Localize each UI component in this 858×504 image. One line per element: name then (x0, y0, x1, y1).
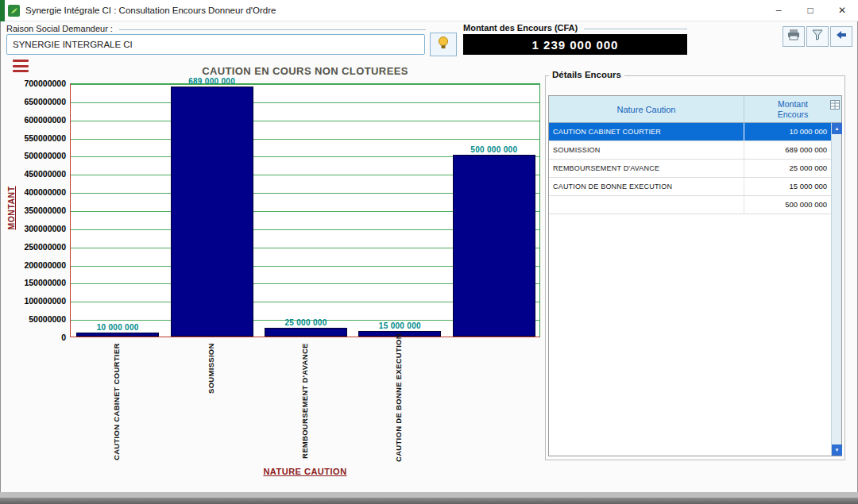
x-axis-title: NATURE CAUTION (70, 467, 540, 476)
app-icon (8, 5, 20, 17)
y-axis-tick-label: 450000000 (0, 169, 66, 179)
print-icon (787, 29, 800, 44)
y-axis-tick-label: 550000000 (0, 133, 66, 143)
window-controls: – □ ✕ (763, 0, 858, 21)
gridline (71, 102, 539, 103)
minimize-button[interactable]: – (763, 0, 794, 21)
filter-icon (812, 29, 823, 44)
chart: CAUTION EN COURS NON CLOTUREES MONTANT 1… (0, 56, 545, 488)
table-row[interactable]: REMBOURSEMENT D'AVANCE25 000 000 (549, 160, 831, 178)
montant-cell: 500 000 000 (744, 196, 831, 214)
table-row[interactable]: 500 000 000 (549, 196, 831, 214)
window-edge-accent (0, 0, 5, 21)
bar-value-label: 500 000 000 (447, 145, 541, 154)
montant-encours-label: Montant des Encours (CFA) (463, 23, 578, 33)
nature-cell (549, 196, 744, 214)
raison-social-group: Raison Social Demandeur : (6, 24, 426, 33)
montant-cell: 10 000 000 (744, 123, 831, 140)
x-axis-category-label: CAUTION DE BONNE EXECUTION (392, 343, 406, 462)
y-axis-tick-label: 150000000 (0, 278, 66, 287)
window-title: Synergie Intégrale CI : Consultation Enc… (25, 6, 276, 15)
vertical-scrollbar[interactable]: ▲ ▼ (831, 123, 841, 456)
y-axis-tick-label: 200000000 (0, 260, 66, 270)
nature-cell: SOUMISSION (549, 141, 744, 159)
bar-value-label: 10 000 000 (71, 323, 164, 332)
back-arrow-icon (835, 29, 848, 44)
table-row[interactable]: CAUTION CABINET COURTIER10 000 000 (549, 123, 831, 141)
lamp-icon (436, 35, 450, 54)
nature-cell: CAUTION DE BONNE EXECUTION (549, 178, 744, 195)
gridline (71, 84, 539, 85)
montant-encours-group: Montant des Encours (CFA) (463, 23, 687, 33)
column-header-nature[interactable]: Nature Caution (549, 96, 744, 122)
details-panel: Détails Encours Nature Caution Montant E… (545, 70, 845, 460)
y-axis-tick-label: 50000000 (0, 314, 66, 324)
titlebar: Synergie Intégrale CI : Consultation Enc… (0, 0, 858, 21)
table-row[interactable]: CAUTION DE BONNE EXECUTION15 000 000 (549, 178, 831, 196)
x-axis-category-label: REMBOURSEMENT D'AVANCE (298, 343, 312, 462)
montant-cell: 689 000 000 (744, 141, 831, 159)
y-axis-tick-label: 100000000 (0, 296, 66, 306)
details-table: Nature Caution Montant Encours CAUTION C… (548, 95, 842, 456)
gridline (71, 121, 539, 121)
application-window: Synergie Intégrale CI : Consultation Enc… (0, 0, 858, 504)
bar-1[interactable] (171, 87, 253, 337)
maximize-button[interactable]: □ (794, 0, 826, 21)
y-axis-tick-label: 0 (0, 333, 66, 342)
bottom-band-dark (0, 498, 858, 504)
nature-cell: CAUTION CABINET COURTIER (549, 123, 744, 140)
y-axis-tick-label: 300000000 (0, 224, 66, 233)
back-button[interactable] (830, 26, 852, 47)
lookup-button[interactable] (430, 33, 457, 56)
details-panel-title: Détails Encours (549, 70, 624, 79)
y-axis-tick-label: 500000000 (0, 151, 66, 160)
y-axis-tick-label: 350000000 (0, 206, 66, 215)
y-axis-tick-label: 400000000 (0, 187, 66, 197)
column-header-montant[interactable]: Montant Encours (744, 96, 841, 122)
table-rows: CAUTION CABINET COURTIER10 000 000SOUMIS… (549, 123, 831, 456)
scroll-down-button[interactable]: ▼ (832, 444, 842, 456)
raison-social-label: Raison Social Demandeur : (6, 24, 113, 33)
montant-encours-display: 1 239 000 000 (463, 34, 687, 55)
y-axis-tick-label: 250000000 (0, 242, 66, 252)
table-filter-icon[interactable] (830, 98, 840, 113)
table-header: Nature Caution Montant Encours (549, 96, 841, 123)
x-axis-category-label: CAUTION CABINET COURTIER (110, 343, 124, 462)
table-row[interactable]: SOUMISSION689 000 000 (549, 141, 831, 160)
y-axis-tick-label: 600000000 (0, 115, 66, 125)
details-groupbox: Nature Caution Montant Encours CAUTION C… (545, 75, 845, 460)
close-button[interactable]: ✕ (826, 0, 858, 21)
chart-title: CAUTION EN COURS NON CLOTUREES (70, 65, 540, 77)
x-axis-category-label: SOUMISSION (204, 343, 218, 462)
montant-cell: 25 000 000 (744, 160, 831, 177)
bar-value-label: 25 000 000 (259, 318, 353, 327)
y-axis-tick-label: 650000000 (0, 97, 66, 106)
group-line (119, 29, 426, 30)
bar-0[interactable] (76, 333, 159, 337)
gridline (71, 139, 539, 140)
y-axis-tick-label: 700000000 (0, 79, 66, 88)
bar-2[interactable] (265, 328, 347, 337)
scroll-up-button[interactable]: ▲ (832, 123, 842, 134)
plot-area: 10 000 000689 000 00025 000 00015 000 00… (70, 83, 540, 337)
group-line (584, 29, 687, 29)
bar-value-label: 689 000 000 (164, 77, 258, 86)
bar-value-label: 15 000 000 (353, 321, 446, 330)
print-button[interactable] (783, 26, 805, 47)
bar-4[interactable] (453, 155, 535, 337)
nature-cell: REMBOURSEMENT D'AVANCE (549, 160, 744, 177)
bottom-band-light (0, 492, 858, 498)
raison-social-input[interactable] (6, 34, 425, 55)
filter-button[interactable] (806, 26, 829, 47)
montant-cell: 15 000 000 (744, 178, 831, 195)
